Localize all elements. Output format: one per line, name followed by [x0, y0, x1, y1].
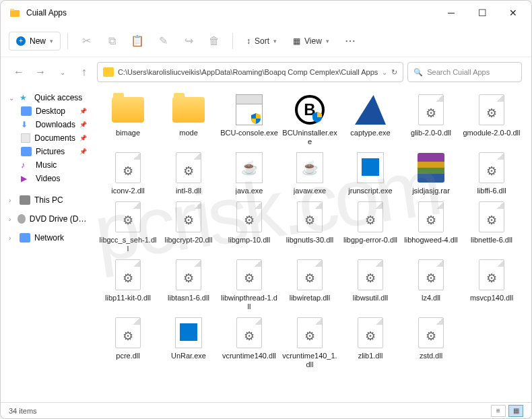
- file-icon: [232, 317, 267, 349]
- cut-button[interactable]: ✂: [75, 30, 98, 53]
- file-item[interactable]: zstd.dll: [402, 317, 460, 369]
- file-icon: [110, 317, 145, 349]
- sidebar-item-videos[interactable]: ▶Videos: [3, 172, 92, 185]
- details-view-button[interactable]: ≡: [491, 405, 506, 417]
- file-icon: [171, 94, 206, 126]
- icon-view-button[interactable]: ▦: [508, 405, 523, 417]
- file-name: libgcc_s_seh-1.dll: [99, 236, 157, 253]
- chevron-right-icon: ›: [9, 234, 15, 242]
- back-button[interactable]: ←: [10, 63, 28, 82]
- music-icon: ♪: [21, 160, 32, 170]
- file-item[interactable]: gmodule-2.0-0.dll: [463, 94, 521, 146]
- close-button[interactable]: ✕: [498, 1, 529, 25]
- pin-icon: 📌: [79, 135, 87, 141]
- sidebar-item-music[interactable]: ♪Music: [3, 158, 92, 172]
- file-item[interactable]: libgcrypt-20.dll: [160, 201, 218, 253]
- file-item[interactable]: lz4.dll: [402, 259, 460, 311]
- delete-button[interactable]: 🗑: [203, 30, 226, 53]
- rename-button[interactable]: ✎: [152, 30, 174, 53]
- sort-button[interactable]: ↕ Sort ▾: [240, 32, 284, 50]
- file-name: vcruntime140.dll: [222, 352, 276, 360]
- file-item[interactable]: vcruntime140.dll: [220, 317, 278, 369]
- video-icon: ▶: [21, 174, 32, 183]
- file-item[interactable]: BCU-console.exe: [220, 94, 278, 146]
- sidebar-item-label: Desktop: [36, 106, 65, 116]
- share-button[interactable]: ↪: [177, 30, 200, 53]
- svg-rect-0: [10, 10, 20, 17]
- file-item[interactable]: libtasn1-6.dll: [160, 259, 218, 311]
- file-item[interactable]: java.exe: [220, 152, 278, 195]
- sidebar-item-label: Documents: [34, 133, 75, 143]
- sidebar-item-desktop[interactable]: Desktop📌: [3, 104, 92, 118]
- minimize-button[interactable]: ─: [436, 1, 467, 25]
- sidebar-item-label: Pictures: [36, 147, 65, 156]
- file-item[interactable]: jrunscript.exe: [341, 152, 399, 195]
- sidebar-quick-access[interactable]: ⌄ ★ Quick access: [3, 91, 92, 104]
- file-item[interactable]: intl-8.dll: [160, 152, 218, 195]
- up-button[interactable]: ↑: [75, 63, 93, 82]
- file-item[interactable]: glib-2.0-0.dll: [402, 94, 460, 146]
- file-item[interactable]: jsidjasjg.rar: [402, 152, 460, 195]
- file-name: gmodule-2.0-0.dll: [463, 129, 521, 137]
- sidebar-item-pictures[interactable]: Pictures📌: [3, 145, 92, 158]
- file-icon: [232, 94, 267, 126]
- file-name: libgcrypt-20.dll: [165, 236, 213, 245]
- file-item[interactable]: BBCUninstaller.exe: [281, 94, 339, 146]
- file-item[interactable]: libhogweed-4.dll: [402, 201, 460, 253]
- file-icon: [171, 152, 206, 184]
- sidebar-dvd[interactable]: ›DVD Drive (D:) CCCC: [3, 212, 92, 226]
- document-icon: [21, 133, 30, 143]
- file-icon: [413, 201, 448, 233]
- paste-button[interactable]: 📋: [126, 30, 149, 53]
- refresh-button[interactable]: ↻: [391, 68, 397, 77]
- file-name: iconv-2.dll: [111, 187, 145, 195]
- file-item[interactable]: libgnutls-30.dll: [281, 201, 339, 253]
- file-icon: [110, 259, 145, 291]
- file-item[interactable]: libgmp-10.dll: [220, 201, 278, 253]
- sidebar-network[interactable]: ›Network: [3, 231, 92, 245]
- file-icon: [110, 152, 145, 184]
- address-input[interactable]: C:\Users\karolisliucveikis\AppData\Roami…: [97, 62, 403, 82]
- dvd-label: DVD Drive (D:) CCCC: [30, 214, 87, 224]
- file-item[interactable]: libwiretap.dll: [281, 259, 339, 311]
- file-icon: [171, 317, 206, 349]
- view-button[interactable]: ▦ View ▾: [286, 32, 336, 50]
- forward-button[interactable]: →: [32, 63, 49, 82]
- file-name: libwinpthread-1.dll: [220, 294, 278, 311]
- sidebar-this-pc[interactable]: ›This PC: [3, 193, 92, 207]
- chevron-down-icon[interactable]: ⌄: [53, 63, 71, 82]
- file-item[interactable]: libwsutil.dll: [341, 259, 399, 311]
- file-item[interactable]: zlib1.dll: [341, 317, 399, 369]
- file-item[interactable]: javaw.exe: [281, 152, 339, 195]
- file-item[interactable]: libgpg-error-0.dll: [341, 201, 399, 253]
- file-name: glib-2.0-0.dll: [411, 129, 451, 137]
- file-item[interactable]: libp11-kit-0.dll: [99, 259, 157, 311]
- file-item[interactable]: libgcc_s_seh-1.dll: [99, 201, 157, 253]
- file-icon: [474, 152, 509, 184]
- file-item[interactable]: pcre.dll: [99, 317, 157, 369]
- chevron-down-icon[interactable]: ⌄: [382, 69, 387, 76]
- sidebar-item-documents[interactable]: Documents📌: [3, 131, 92, 145]
- file-icon: B: [292, 94, 327, 126]
- copy-button[interactable]: ⧉: [100, 30, 123, 53]
- file-item[interactable]: msvcp140.dll: [463, 259, 521, 311]
- file-item[interactable]: mode: [160, 94, 218, 146]
- file-item[interactable]: captype.exe: [341, 94, 399, 146]
- file-item[interactable]: bimage: [99, 94, 157, 146]
- file-item[interactable]: iconv-2.dll: [99, 152, 157, 195]
- more-button[interactable]: ⋯: [339, 30, 362, 53]
- file-name: bimage: [116, 129, 140, 137]
- file-name: msvcp140.dll: [470, 294, 513, 302]
- file-item[interactable]: vcruntime140_1.dll: [281, 317, 339, 369]
- pin-icon: 📌: [79, 148, 87, 155]
- new-button[interactable]: + New ▾: [9, 32, 61, 51]
- sidebar-item-downloads[interactable]: ⬇Downloads📌: [3, 118, 92, 131]
- file-item[interactable]: libffi-6.dll: [463, 152, 521, 195]
- file-item[interactable]: UnRar.exe: [160, 317, 218, 369]
- file-item[interactable]: libnettle-6.dll: [463, 201, 521, 253]
- file-list[interactable]: bimagemodeBCU-console.exeBBCUninstaller.…: [95, 87, 531, 402]
- search-input[interactable]: 🔍 Search Cuiall Apps: [407, 62, 522, 82]
- file-item[interactable]: libwinpthread-1.dll: [220, 259, 278, 311]
- maximize-button[interactable]: ☐: [467, 1, 498, 25]
- file-icon: [413, 94, 448, 126]
